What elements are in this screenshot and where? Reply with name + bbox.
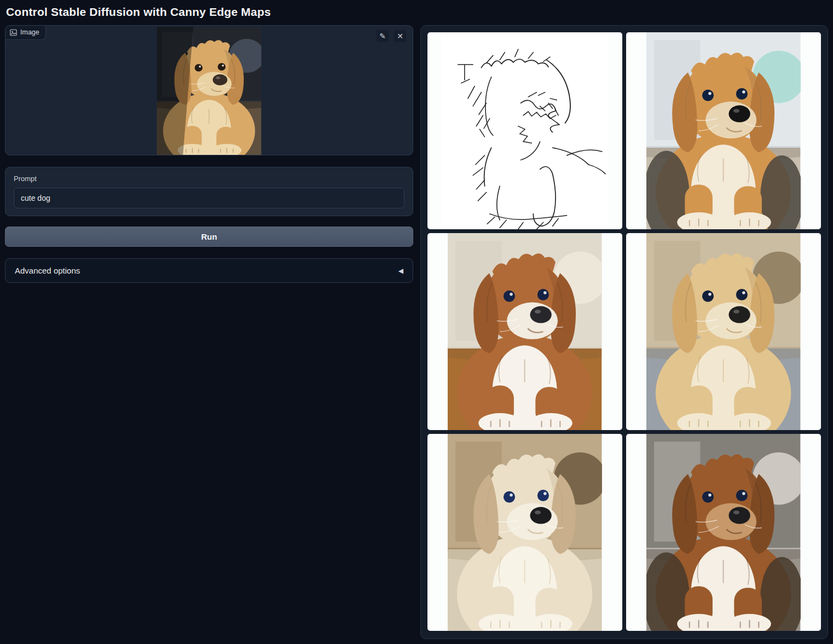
image-component-label: Image	[5, 26, 46, 40]
image-actions: ✎ ✕	[377, 30, 406, 42]
image-component[interactable]: Image ✎ ✕	[5, 25, 413, 155]
puppy-graphic	[448, 233, 601, 430]
page-title: Control Stable Diffusion with Canny Edge…	[6, 5, 828, 19]
run-button[interactable]: Run	[5, 227, 413, 247]
puppy-graphic	[646, 32, 800, 229]
image-icon	[10, 29, 17, 36]
puppy-graphic	[448, 434, 601, 631]
gallery-item-dog-5[interactable]	[626, 434, 821, 631]
gallery-item-dog-4[interactable]	[427, 434, 622, 631]
puppy-graphic	[646, 233, 800, 430]
main-columns: Image ✎ ✕	[5, 25, 828, 639]
prompt-label: Prompt	[14, 175, 404, 183]
gallery-item-canny[interactable]	[427, 32, 622, 229]
puppy-graphic	[157, 27, 262, 155]
output-column	[420, 25, 828, 639]
prompt-input[interactable]	[14, 188, 404, 208]
advanced-options-accordion[interactable]: Advanced options ◀	[5, 258, 413, 283]
input-image[interactable]	[157, 27, 262, 155]
app-page: Control Stable Diffusion with Canny Edge…	[0, 0, 833, 643]
image-label-text: Image	[20, 28, 39, 36]
canny-edge-graphic	[441, 32, 609, 229]
result-gallery	[420, 25, 828, 639]
prompt-block: Prompt	[5, 167, 413, 216]
chevron-left-icon: ◀	[398, 267, 403, 275]
puppy-graphic	[646, 434, 800, 631]
edit-icon[interactable]: ✎	[377, 30, 389, 42]
gallery-item-dog-3[interactable]	[626, 233, 821, 430]
close-icon[interactable]: ✕	[394, 30, 406, 42]
gallery-item-dog-2[interactable]	[427, 233, 622, 430]
gallery-item-dog-1[interactable]	[626, 32, 821, 229]
input-column: Image ✎ ✕	[5, 25, 413, 283]
advanced-options-label: Advanced options	[15, 266, 80, 275]
